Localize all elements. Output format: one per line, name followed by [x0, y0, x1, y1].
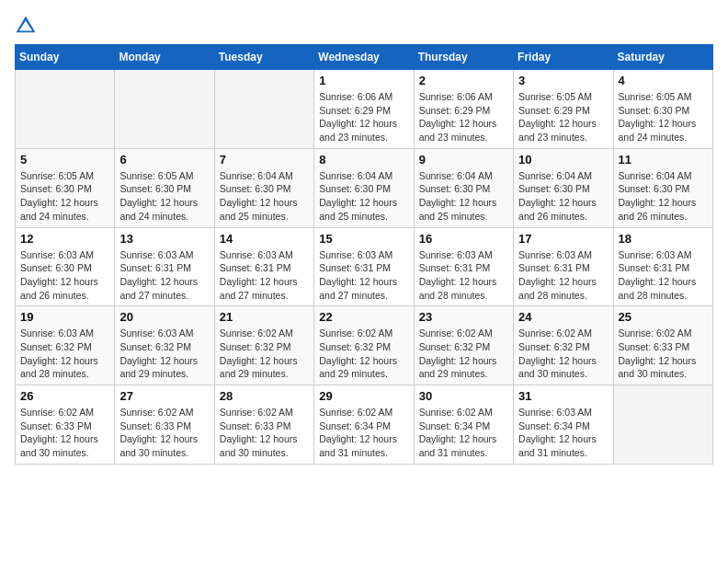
day-number: 8 — [319, 153, 408, 167]
day-info: Sunrise: 6:05 AMSunset: 6:30 PMDaylight:… — [119, 169, 209, 224]
day-info: Sunrise: 6:04 AMSunset: 6:30 PMDaylight:… — [518, 169, 608, 224]
day-info: Sunrise: 6:05 AMSunset: 6:30 PMDaylight:… — [619, 90, 708, 144]
calendar-cell: 9Sunrise: 6:04 AMSunset: 6:30 PMDaylight… — [414, 148, 513, 227]
day-number: 27 — [119, 389, 209, 403]
calendar-cell — [115, 70, 214, 149]
calendar-cell: 11Sunrise: 6:04 AMSunset: 6:30 PMDayligh… — [613, 148, 712, 227]
day-number: 12 — [20, 232, 109, 246]
calendar-cell: 22Sunrise: 6:02 AMSunset: 6:32 PMDayligh… — [314, 306, 414, 385]
day-info: Sunrise: 6:05 AMSunset: 6:29 PMDaylight:… — [518, 90, 608, 144]
calendar-table: SundayMondayTuesdayWednesdayThursdayFrid… — [15, 44, 713, 465]
day-info: Sunrise: 6:03 AMSunset: 6:31 PMDaylight:… — [619, 248, 708, 303]
calendar-cell: 21Sunrise: 6:02 AMSunset: 6:32 PMDayligh… — [214, 306, 313, 385]
days-header-row: SundayMondayTuesdayWednesdayThursdayFrid… — [16, 45, 713, 70]
calendar-week-row: 26Sunrise: 6:02 AMSunset: 6:33 PMDayligh… — [16, 385, 713, 465]
day-number: 1 — [319, 74, 408, 87]
day-header-thursday: Thursday — [414, 45, 513, 70]
calendar-cell: 27Sunrise: 6:02 AMSunset: 6:33 PMDayligh… — [115, 385, 214, 465]
day-number: 13 — [119, 232, 209, 246]
calendar-cell: 6Sunrise: 6:05 AMSunset: 6:30 PMDaylight… — [115, 148, 214, 227]
day-info: Sunrise: 6:02 AMSunset: 6:32 PMDaylight:… — [220, 327, 309, 381]
day-info: Sunrise: 6:03 AMSunset: 6:34 PMDaylight:… — [518, 406, 608, 460]
day-header-wednesday: Wednesday — [314, 45, 414, 70]
calendar-cell: 7Sunrise: 6:04 AMSunset: 6:30 PMDaylight… — [214, 148, 313, 227]
calendar-cell: 28Sunrise: 6:02 AMSunset: 6:33 PMDayligh… — [214, 385, 313, 465]
calendar-cell — [214, 70, 313, 149]
calendar-cell: 30Sunrise: 6:02 AMSunset: 6:34 PMDayligh… — [414, 385, 513, 465]
day-number: 30 — [419, 389, 508, 403]
day-info: Sunrise: 6:02 AMSunset: 6:32 PMDaylight:… — [518, 327, 608, 381]
calendar-week-row: 5Sunrise: 6:05 AMSunset: 6:30 PMDaylight… — [16, 148, 713, 227]
day-header-tuesday: Tuesday — [214, 45, 313, 70]
day-number: 3 — [518, 74, 608, 87]
calendar-cell: 16Sunrise: 6:03 AMSunset: 6:31 PMDayligh… — [414, 227, 513, 306]
day-info: Sunrise: 6:02 AMSunset: 6:33 PMDaylight:… — [119, 406, 209, 460]
calendar-cell: 24Sunrise: 6:02 AMSunset: 6:32 PMDayligh… — [514, 306, 613, 385]
calendar-cell: 12Sunrise: 6:03 AMSunset: 6:30 PMDayligh… — [16, 227, 115, 306]
day-info: Sunrise: 6:06 AMSunset: 6:29 PMDaylight:… — [419, 90, 508, 144]
day-header-friday: Friday — [514, 45, 613, 70]
day-number: 25 — [619, 310, 708, 324]
calendar-cell: 3Sunrise: 6:05 AMSunset: 6:29 PMDaylight… — [514, 70, 613, 149]
day-number: 28 — [220, 389, 309, 403]
day-info: Sunrise: 6:02 AMSunset: 6:32 PMDaylight:… — [419, 327, 508, 381]
calendar-cell: 15Sunrise: 6:03 AMSunset: 6:31 PMDayligh… — [314, 227, 414, 306]
calendar-cell — [16, 70, 115, 149]
day-header-saturday: Saturday — [613, 45, 712, 70]
calendar-cell: 5Sunrise: 6:05 AMSunset: 6:30 PMDaylight… — [16, 148, 115, 227]
calendar-cell: 31Sunrise: 6:03 AMSunset: 6:34 PMDayligh… — [514, 385, 613, 465]
day-info: Sunrise: 6:02 AMSunset: 6:32 PMDaylight:… — [319, 327, 408, 381]
calendar-cell: 25Sunrise: 6:02 AMSunset: 6:33 PMDayligh… — [613, 306, 712, 385]
day-number: 15 — [319, 232, 408, 246]
day-number: 2 — [419, 74, 508, 87]
calendar-cell: 10Sunrise: 6:04 AMSunset: 6:30 PMDayligh… — [514, 148, 613, 227]
calendar-cell: 23Sunrise: 6:02 AMSunset: 6:32 PMDayligh… — [414, 306, 513, 385]
day-number: 26 — [20, 389, 109, 403]
calendar-cell: 2Sunrise: 6:06 AMSunset: 6:29 PMDaylight… — [414, 70, 513, 149]
day-number: 14 — [220, 232, 309, 246]
logo-icon — [15, 15, 37, 37]
calendar-cell: 20Sunrise: 6:03 AMSunset: 6:32 PMDayligh… — [115, 306, 214, 385]
day-info: Sunrise: 6:02 AMSunset: 6:33 PMDaylight:… — [619, 327, 708, 381]
day-info: Sunrise: 6:03 AMSunset: 6:31 PMDaylight:… — [518, 248, 608, 303]
day-info: Sunrise: 6:03 AMSunset: 6:31 PMDaylight:… — [220, 248, 309, 303]
day-number: 21 — [220, 310, 309, 324]
day-number: 11 — [619, 153, 708, 167]
day-number: 10 — [518, 153, 608, 167]
day-info: Sunrise: 6:06 AMSunset: 6:29 PMDaylight:… — [319, 90, 408, 144]
day-info: Sunrise: 6:04 AMSunset: 6:30 PMDaylight:… — [619, 169, 708, 224]
day-number: 4 — [619, 74, 708, 87]
day-number: 5 — [20, 153, 109, 167]
day-info: Sunrise: 6:03 AMSunset: 6:30 PMDaylight:… — [20, 248, 109, 303]
day-info: Sunrise: 6:03 AMSunset: 6:32 PMDaylight:… — [119, 327, 209, 381]
day-number: 20 — [119, 310, 209, 324]
day-info: Sunrise: 6:04 AMSunset: 6:30 PMDaylight:… — [220, 169, 309, 224]
calendar-cell: 26Sunrise: 6:02 AMSunset: 6:33 PMDayligh… — [16, 385, 115, 465]
day-number: 7 — [220, 153, 309, 167]
day-info: Sunrise: 6:02 AMSunset: 6:33 PMDaylight:… — [220, 406, 309, 460]
calendar-cell: 13Sunrise: 6:03 AMSunset: 6:31 PMDayligh… — [115, 227, 214, 306]
day-number: 18 — [619, 232, 708, 246]
day-info: Sunrise: 6:04 AMSunset: 6:30 PMDaylight:… — [319, 169, 408, 224]
calendar-cell: 14Sunrise: 6:03 AMSunset: 6:31 PMDayligh… — [214, 227, 313, 306]
day-info: Sunrise: 6:02 AMSunset: 6:34 PMDaylight:… — [419, 406, 508, 460]
calendar-cell — [613, 385, 712, 465]
calendar-cell: 1Sunrise: 6:06 AMSunset: 6:29 PMDaylight… — [314, 70, 414, 149]
page-header — [15, 15, 713, 37]
day-info: Sunrise: 6:03 AMSunset: 6:32 PMDaylight:… — [20, 327, 109, 381]
calendar-week-row: 1Sunrise: 6:06 AMSunset: 6:29 PMDaylight… — [16, 70, 713, 149]
calendar-week-row: 19Sunrise: 6:03 AMSunset: 6:32 PMDayligh… — [16, 306, 713, 385]
day-header-monday: Monday — [115, 45, 214, 70]
calendar-cell: 17Sunrise: 6:03 AMSunset: 6:31 PMDayligh… — [514, 227, 613, 306]
day-info: Sunrise: 6:02 AMSunset: 6:34 PMDaylight:… — [319, 406, 408, 460]
day-info: Sunrise: 6:02 AMSunset: 6:33 PMDaylight:… — [20, 406, 109, 460]
calendar-cell: 29Sunrise: 6:02 AMSunset: 6:34 PMDayligh… — [314, 385, 414, 465]
day-number: 19 — [20, 310, 109, 324]
day-info: Sunrise: 6:05 AMSunset: 6:30 PMDaylight:… — [20, 169, 109, 224]
day-number: 9 — [419, 153, 508, 167]
day-number: 23 — [419, 310, 508, 324]
day-number: 6 — [119, 153, 209, 167]
day-info: Sunrise: 6:03 AMSunset: 6:31 PMDaylight:… — [419, 248, 508, 303]
day-info: Sunrise: 6:03 AMSunset: 6:31 PMDaylight:… — [119, 248, 209, 303]
day-header-sunday: Sunday — [16, 45, 115, 70]
